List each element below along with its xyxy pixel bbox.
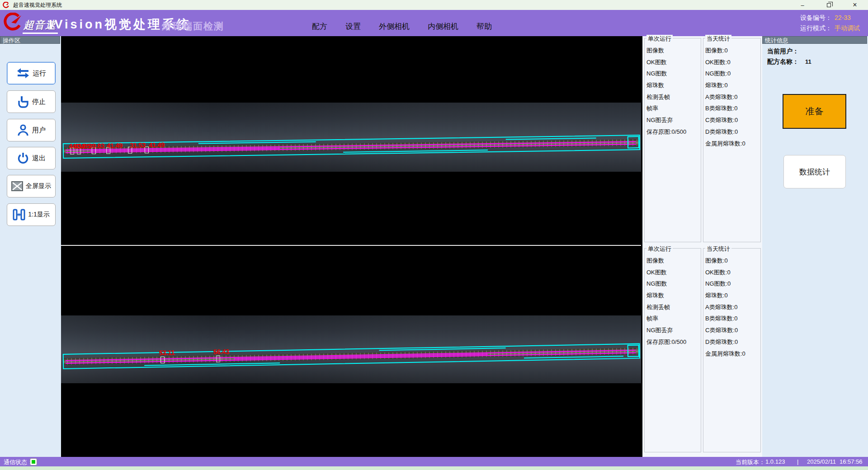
restore-button[interactable] xyxy=(816,0,842,10)
ready-button[interactable]: 准备 xyxy=(783,94,846,129)
comm-status-green-light xyxy=(32,460,35,464)
stat-row: D类熔珠数:0 xyxy=(705,128,760,140)
stat-row: 熔珠数:0 xyxy=(705,291,760,303)
camera-display-area: 44.3441.8539.8341.4931.5341.49 53.1156.4… xyxy=(61,36,641,457)
brand-swoosh-icon xyxy=(2,13,23,33)
stat-row: 图像数:0 xyxy=(705,47,760,58)
measurement-value: 39.83 xyxy=(89,142,104,150)
stat-row: D类熔珠数:0 xyxy=(705,338,760,350)
data-statistics-button[interactable]: 数据统计 xyxy=(783,155,846,188)
stat-row: 检测丢帧 xyxy=(646,93,701,105)
one-to-one-button-label: 1:1显示 xyxy=(28,211,49,219)
user-button-label: 用户 xyxy=(32,126,46,135)
groupbox-title: 当天统计 xyxy=(705,245,731,253)
stat-row: OK图数:0 xyxy=(705,58,760,70)
exit-button-label: 退出 xyxy=(32,154,46,163)
single-run-groupbox: 单次运行 图像数OK图数NG图数熔珠数检测丢帧帧率NG图丢弃保存原图:0/500 xyxy=(644,248,701,452)
close-icon: × xyxy=(853,1,857,9)
run-arrows-icon xyxy=(16,67,30,79)
stop-button[interactable]: 停止 xyxy=(7,90,56,113)
daily-stats-groupbox: 当天统计 图像数:0OK图数:0NG图数:0熔珠数:0A类熔珠数:0B类熔珠数:… xyxy=(703,38,761,242)
stat-row: C类熔珠数:0 xyxy=(705,326,760,338)
stat-row: 帧率 xyxy=(646,104,701,116)
measurement-value: 41.49 xyxy=(149,141,165,149)
minimize-button[interactable]: – xyxy=(789,0,816,10)
menu-item[interactable]: 帮助 xyxy=(470,21,498,36)
recipe-name-label: 配方名称： xyxy=(767,58,799,65)
single-run-groupbox: 单次运行 图像数OK图数NG图数熔珠数检测丢帧帧率NG图丢弃保存原图:0/500 xyxy=(644,38,701,242)
stat-row: OK图数 xyxy=(646,58,701,70)
stat-row: 图像数 xyxy=(646,47,701,58)
main-menu: 配方设置外侧相机内侧相机帮助 xyxy=(306,10,504,36)
statistics-info-panel: 统计信息 当前用户： 配方名称：11 准备 数据统计 xyxy=(762,36,868,457)
measurement-value: 53.11 xyxy=(159,348,175,357)
stat-row: NG图数:0 xyxy=(705,280,760,291)
stats-section-camera2: 单次运行 图像数OK图数NG图数熔珠数检测丢帧帧率NG图丢弃保存原图:0/500… xyxy=(643,246,763,454)
user-button[interactable]: 用户 xyxy=(7,119,56,141)
stat-row: 帧率 xyxy=(646,315,701,326)
strip-end-marker xyxy=(627,345,639,357)
outer-camera-view: 44.3441.8539.8341.4931.5341.49 xyxy=(61,36,641,245)
one-to-one-icon xyxy=(13,209,25,221)
sidebar-caption: 操作区 xyxy=(0,36,60,44)
header-device-info: 设备编号：22-33 运行模式：手动调试 xyxy=(800,13,860,33)
device-number-value: 22-33 xyxy=(835,14,851,21)
version-label: 当前版本： xyxy=(736,458,765,466)
run-mode-label: 运行模式： xyxy=(800,24,832,32)
stat-row: 保存原图:0/500 xyxy=(646,338,701,350)
comm-status-label: 通信状态： xyxy=(4,458,33,466)
window-controls: – × xyxy=(789,0,868,10)
stat-row: NG图数:0 xyxy=(705,70,760,81)
stop-button-label: 停止 xyxy=(32,98,46,106)
run-button-label: 运行 xyxy=(33,69,46,78)
stat-row: 保存原图:0/500 xyxy=(646,128,701,140)
stat-row: C类熔珠数:0 xyxy=(705,116,760,128)
version-value: 1.0.123 xyxy=(765,458,785,465)
camera-views-divider xyxy=(61,245,641,246)
stat-row: OK图数:0 xyxy=(705,268,760,280)
status-separator: | xyxy=(797,458,798,465)
groupbox-title: 单次运行 xyxy=(646,245,673,253)
hand-stop-icon xyxy=(17,95,29,108)
detection-box xyxy=(216,356,220,362)
fullscreen-button-label: 全屏显示 xyxy=(26,182,51,190)
os-title-bar: 超音速视觉处理系统 – × xyxy=(0,0,868,10)
stat-row: OK图数 xyxy=(646,268,701,280)
minimize-icon: – xyxy=(801,2,804,9)
menu-item[interactable]: 内侧相机 xyxy=(421,21,465,36)
run-button[interactable]: 运行 xyxy=(7,62,56,85)
detection-box xyxy=(160,357,165,363)
stat-row: 检测丢帧 xyxy=(646,303,701,315)
measurement-value: 31.53 xyxy=(130,141,146,149)
stat-row: NG图数 xyxy=(646,70,701,81)
inner-camera-view: 53.1156.43 xyxy=(61,246,641,457)
fullscreen-icon xyxy=(11,181,23,191)
status-date: 2025/02/11 xyxy=(807,458,836,465)
restore-icon xyxy=(827,3,831,7)
stat-row: NG图丢弃 xyxy=(646,116,701,128)
groupbox-title: 当天统计 xyxy=(705,35,731,43)
power-icon xyxy=(17,152,29,164)
menu-item[interactable]: 设置 xyxy=(339,21,367,36)
stat-row: 熔珠数 xyxy=(646,291,701,303)
application-window: 超音速视觉处理系统 – × 超音速 IVision视觉处理系统 熔珠端面检测 配… xyxy=(0,0,868,470)
current-user-label: 当前用户： xyxy=(767,47,799,55)
stat-row: A类熔珠数:0 xyxy=(705,93,760,105)
stat-row: NG图丢弃 xyxy=(646,326,701,338)
close-button[interactable]: × xyxy=(842,0,868,10)
measurement-value: 56.43 xyxy=(213,348,229,356)
app-header: 超音速 IVision视觉处理系统 熔珠端面检测 配方设置外侧相机内侧相机帮助 … xyxy=(0,10,868,36)
exit-button[interactable]: 退出 xyxy=(7,147,56,169)
statistics-column: 单次运行 图像数OK图数NG图数熔珠数检测丢帧帧率NG图丢弃保存原图:0/500… xyxy=(642,36,762,457)
fullscreen-button[interactable]: 全屏显示 xyxy=(7,175,56,197)
menu-item[interactable]: 外侧相机 xyxy=(373,21,416,36)
stat-row: 熔珠数 xyxy=(646,81,701,93)
comm-status-indicator xyxy=(30,458,37,465)
desktop-edge-strip xyxy=(0,466,868,470)
operation-sidebar: 操作区 运行 停止 用户 xyxy=(0,36,61,457)
run-mode-row: 运行模式：手动调试 xyxy=(800,23,860,33)
one-to-one-button[interactable]: 1:1显示 xyxy=(7,203,56,226)
window-title: 超音速视觉处理系统 xyxy=(13,1,62,9)
menu-item[interactable]: 配方 xyxy=(306,21,334,36)
status-time: 16:57:56 xyxy=(840,458,863,465)
